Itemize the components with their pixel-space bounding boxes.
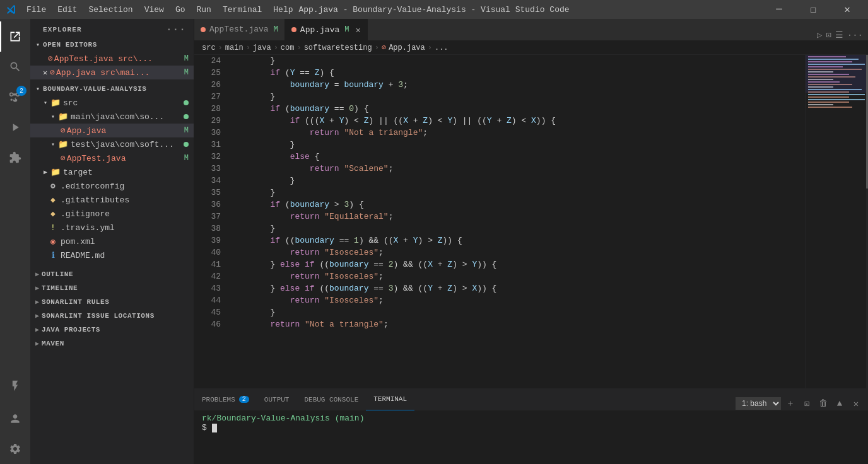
sidebar-maven[interactable]: ▶ MAVEN xyxy=(30,337,194,351)
tree-editorconfig[interactable]: ⚙ .editorconfig xyxy=(30,179,194,193)
close-panel-button[interactable]: ✕ xyxy=(849,397,863,410)
code-line-42: return "Isosceles"; xyxy=(231,270,805,282)
tree-pom-label: pom.xml xyxy=(61,237,95,246)
toggle-panel-button[interactable]: ☰ xyxy=(835,30,843,40)
terminal-prompt: $ xyxy=(202,423,212,432)
tree-travis[interactable]: ! .travis.yml xyxy=(30,221,194,235)
activity-source-control[interactable]: 2 xyxy=(0,82,30,112)
add-terminal-button[interactable]: ＋ xyxy=(783,397,797,410)
modified-badge: M xyxy=(184,68,189,77)
tree-gitignore[interactable]: ◆ .gitignore xyxy=(30,207,194,221)
close-button[interactable]: ✕ xyxy=(833,0,862,19)
code-line-25: if (Y == Z) { xyxy=(231,67,805,79)
sonarlint-rules-arrow: ▶ xyxy=(35,298,39,306)
code-line-41: } else if ((boundary == 2) && ((X + Z) >… xyxy=(231,258,805,270)
breadcrumb-java[interactable]: java xyxy=(253,44,271,52)
activity-search[interactable] xyxy=(0,52,30,82)
dot-badge xyxy=(184,114,189,119)
code-content[interactable]: } if (Y == Z) { boundary = boundary + 3;… xyxy=(226,55,805,388)
tab-bar-actions: ▷ ⊡ ☰ ··· xyxy=(817,30,868,40)
modified-badge: M xyxy=(184,154,189,163)
more-actions-button[interactable]: ··· xyxy=(847,30,863,40)
tab-app-label: App.java xyxy=(300,25,339,35)
kill-terminal-button[interactable]: 🗑 xyxy=(816,397,830,410)
menu-view[interactable]: View xyxy=(139,4,169,16)
sidebar-more-button[interactable]: ··· xyxy=(166,24,186,35)
menu-edit[interactable]: Edit xyxy=(52,4,82,16)
activity-accounts[interactable] xyxy=(0,403,30,434)
close-icon[interactable]: ✕ xyxy=(43,68,47,78)
tree-readme-label: README.md xyxy=(61,251,105,260)
terminal-branch: (main) xyxy=(335,414,365,423)
open-file-apptest[interactable]: ⊘ AppTest.java src\... M xyxy=(30,52,194,66)
code-line-45: } xyxy=(231,306,805,318)
sidebar-header: EXPLORER ··· xyxy=(30,19,194,38)
menu-terminal[interactable]: Terminal xyxy=(218,4,267,16)
breadcrumb-file[interactable]: App.java xyxy=(389,44,425,52)
tree-target[interactable]: ▶ 📁 target xyxy=(30,165,194,179)
breadcrumb-softwaretesting[interactable]: softwaretesting xyxy=(304,44,372,52)
panel-tab-debug[interactable]: DEBUG CONSOLE xyxy=(296,388,366,410)
tree-main-label: main\java\com\so... xyxy=(71,112,164,122)
panel-tab-problems[interactable]: PROBLEMS 2 xyxy=(194,388,257,410)
tab-apptest[interactable]: AppTest.java M xyxy=(194,19,285,40)
run-button[interactable]: ▷ xyxy=(817,30,822,40)
activity-run[interactable] xyxy=(0,112,30,142)
code-editor[interactable]: 24 25 26 27 28 29 30 31 32 33 34 35 36 3… xyxy=(194,55,868,388)
split-terminal-button[interactable]: ⊡ xyxy=(800,397,814,410)
sidebar-java-projects[interactable]: ▶ JAVA PROJECTS xyxy=(30,323,194,337)
line-num-25: 25 xyxy=(194,67,221,79)
activity-extensions[interactable] xyxy=(0,142,30,173)
test-arrow: ▾ xyxy=(48,139,58,149)
tree-src[interactable]: ▾ 📁 src xyxy=(30,96,194,110)
code-line-28: if (boundary == 0) { xyxy=(231,103,805,115)
menu-file[interactable]: File xyxy=(21,4,51,16)
tree-main[interactable]: ▾ 📁 main\java\com\so... xyxy=(30,110,194,124)
tab-close-button[interactable]: ✕ xyxy=(355,25,360,35)
code-line-40: return "Isosceles"; xyxy=(231,246,805,258)
code-line-36: if (boundary > 3) { xyxy=(231,199,805,211)
panel-tab-terminal[interactable]: TERMINAL xyxy=(366,388,414,410)
tree-readme[interactable]: ℹ README.md xyxy=(30,248,194,262)
maximize-panel-button[interactable]: ▲ xyxy=(833,397,847,410)
breadcrumb-dots[interactable]: ... xyxy=(435,44,449,52)
menu-help[interactable]: Help xyxy=(268,4,298,16)
breadcrumb-com[interactable]: com xyxy=(281,44,295,52)
sidebar-sonarlint-rules[interactable]: ▶ SONARLINT RULES xyxy=(30,295,194,309)
terminal-shell-selector[interactable]: 1: bash xyxy=(736,397,781,410)
tab-app[interactable]: App.java M ✕ xyxy=(285,19,368,40)
line-num-28: 28 xyxy=(194,103,221,115)
sidebar-header-label: EXPLORER xyxy=(43,26,82,33)
sidebar-outline[interactable]: ▶ OUTLINE xyxy=(30,267,194,281)
menu-go[interactable]: Go xyxy=(170,4,191,16)
bottom-panel: PROBLEMS 2 OUTPUT DEBUG CONSOLE TERMINAL xyxy=(194,388,868,464)
panel-controls: 1: bash ＋ ⊡ 🗑 ▲ ✕ xyxy=(736,397,868,410)
menu-selection[interactable]: Selection xyxy=(83,4,138,16)
activity-explorer[interactable] xyxy=(0,21,30,52)
minimize-button[interactable]: ─ xyxy=(765,0,794,19)
source-control-badge: 2 xyxy=(16,86,26,96)
breadcrumb-main[interactable]: main xyxy=(225,44,243,52)
panel-tabs: PROBLEMS 2 OUTPUT DEBUG CONSOLE TERMINAL xyxy=(194,389,868,411)
split-editor-button[interactable]: ⊡ xyxy=(826,30,831,40)
maximize-button[interactable]: ☐ xyxy=(799,0,828,19)
open-file-app[interactable]: ✕ ⊘ App.java src\mai... M xyxy=(30,66,194,79)
tree-app-java[interactable]: ⊘ App.java M xyxy=(30,124,194,137)
project-section[interactable]: ▾ BOUNDARY-VALUE-ANALYSIS xyxy=(30,82,194,96)
open-editors-section[interactable]: ▾ OPEN EDITORS xyxy=(30,38,194,52)
activity-test[interactable] xyxy=(0,371,30,401)
tree-pom[interactable]: ◉ pom.xml xyxy=(30,235,194,248)
breadcrumb-src[interactable]: src xyxy=(202,44,216,52)
tree-gitattributes[interactable]: ◆ .gitattributes xyxy=(30,193,194,207)
sidebar-sonarlint-issues[interactable]: ▶ SONARLINT ISSUE LOCATIONS xyxy=(30,309,194,323)
panel-tab-output[interactable]: OUTPUT xyxy=(257,388,297,410)
terminal-content[interactable]: rk/Boundary-Value-Analysis (main) $ xyxy=(194,411,868,464)
menu-run[interactable]: Run xyxy=(191,4,216,16)
tree-test[interactable]: ▾ 📁 test\java\com\soft... xyxy=(30,137,194,151)
activity-settings[interactable] xyxy=(0,434,30,464)
sidebar-bottom-sections: ▶ OUTLINE ▶ TIMELINE ▶ SONARLINT RULES ▶… xyxy=(30,267,194,351)
tab-modified-m: M xyxy=(344,25,349,34)
sidebar-timeline[interactable]: ▶ TIMELINE xyxy=(30,281,194,295)
svg-rect-21 xyxy=(808,104,833,105)
tree-apptest-java[interactable]: ⊘ AppTest.java M xyxy=(30,151,194,165)
